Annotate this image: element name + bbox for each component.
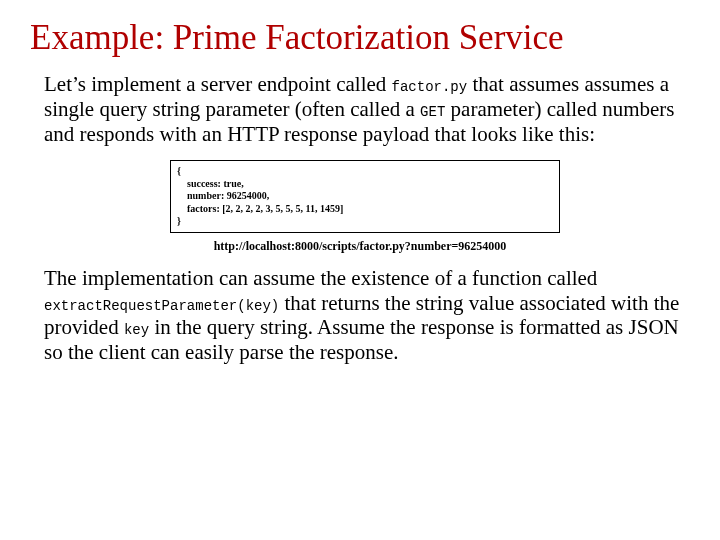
example-url: http://localhost:8000/scripts/factor.py?… — [30, 239, 690, 254]
code-key: key — [124, 322, 149, 338]
slide-container: Example: Prime Factorization Service Let… — [0, 0, 720, 365]
json-response-example: { success: true, number: 96254000, facto… — [170, 160, 560, 233]
slide-title: Example: Prime Factorization Service — [30, 18, 690, 58]
intro-paragraph: Let’s implement a server endpoint called… — [44, 72, 690, 146]
intro-text-a: Let’s implement a server endpoint called — [44, 72, 392, 96]
code-factor-py: factor.py — [392, 79, 468, 95]
code-get: GET — [420, 104, 445, 120]
implementation-paragraph: The implementation can assume the existe… — [44, 266, 690, 365]
code-extract-fn: extractRequestParameter(key) — [44, 298, 279, 314]
impl-text-a: The implementation can assume the existe… — [44, 266, 597, 290]
